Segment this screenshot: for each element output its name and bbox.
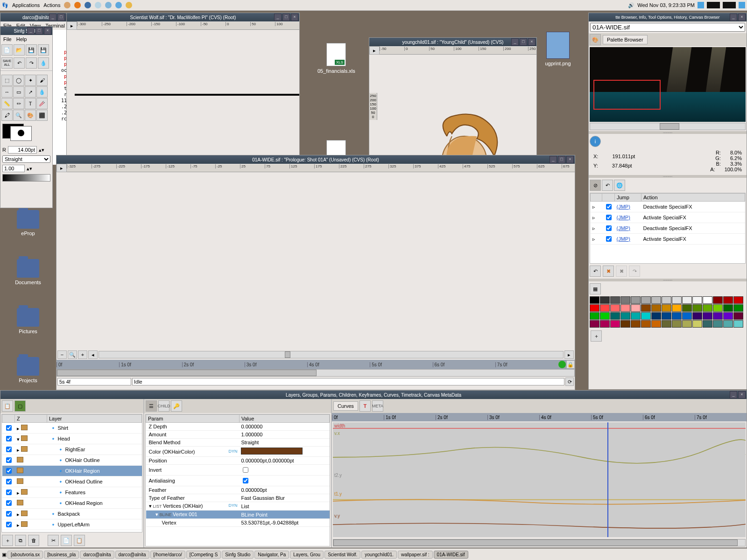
color-swatch[interactable] [662, 304, 671, 312]
color-swatch[interactable] [610, 304, 620, 312]
min-icon[interactable]: _ [550, 156, 557, 163]
terminal-titlebar[interactable]: darco@alnitak_□× [0, 13, 74, 21]
tool-5[interactable]: ▭ [13, 86, 24, 98]
color-swatch[interactable] [600, 296, 610, 304]
color-swatch[interactable] [590, 312, 599, 320]
color-swatch[interactable] [692, 312, 702, 320]
color-swatch[interactable] [600, 304, 610, 312]
layer-row[interactable]: ▸ 🔹 Shirt [2, 423, 142, 434]
param-row[interactable]: ▾ BLINE Vertex 001BLine Point [146, 511, 330, 519]
color-swatch[interactable] [600, 320, 610, 328]
nav-zoom-slider[interactable] [590, 123, 746, 130]
desktop-folder-pictures[interactable]: Pictures [9, 308, 47, 334]
user-icon[interactable] [126, 2, 132, 8]
time-field[interactable] [57, 378, 131, 385]
ruler-horizontal[interactable]: -300-250-200-150-100-5005010015020025030… [77, 22, 299, 30]
curves-timebar[interactable]: 0f1s 0f2s 0f3s 0f4s 0f5s 0f6s 0f7s 0f [332, 413, 747, 421]
fg-color-swatch[interactable] [2, 124, 24, 139]
tool-1[interactable]: ◯ [13, 75, 24, 86]
canvas-menu-icon[interactable]: ▸ [67, 21, 77, 30]
color-swatch[interactable] [620, 312, 630, 320]
taskbar-item[interactable]: darco@alnita [80, 551, 114, 559]
color-swatch[interactable] [641, 320, 651, 328]
redo-tab-icon[interactable]: 🌐 [614, 180, 625, 191]
zoom-out-icon[interactable]: − [57, 350, 67, 359]
blend-select[interactable]: Straight [2, 155, 50, 163]
taskbar-item[interactable]: [aboutvoria.sx [7, 551, 43, 559]
desktop-folder-documents[interactable]: Documents [9, 259, 47, 285]
tool-10[interactable]: T [25, 98, 36, 109]
taskbar-item[interactable]: wallpaper.sif : [398, 551, 433, 559]
min-icon[interactable]: _ [511, 38, 519, 46]
toolbox-titlebar[interactable]: Sinfg Studio_□× [0, 27, 52, 35]
color-swatch[interactable] [713, 296, 723, 304]
color-swatch[interactable] [692, 296, 702, 304]
desktop-folder-projects[interactable]: Projects [9, 357, 47, 383]
saveas-icon[interactable]: 💾 [38, 44, 49, 56]
color-swatch[interactable] [631, 304, 641, 312]
volume-icon[interactable]: 🔊 [628, 2, 634, 8]
color-swatch[interactable] [631, 296, 641, 304]
mail-icon[interactable] [95, 2, 101, 8]
color-swatch[interactable] [651, 296, 661, 304]
tray-icon-2[interactable] [707, 2, 720, 8]
close-icon[interactable]: × [738, 391, 746, 399]
layer-row[interactable]: ▸ 🔹 RightEar [2, 444, 142, 455]
color-swatch[interactable] [703, 304, 712, 312]
taskbar-item[interactable]: [Competing S [186, 551, 221, 559]
palette-browser-tab[interactable]: Palette Browser [603, 35, 648, 44]
color-swatch[interactable] [692, 320, 702, 328]
tool-6[interactable]: ➚ [25, 86, 36, 98]
stepper-icon[interactable]: ▴▾ [27, 166, 32, 172]
close-icon[interactable]: × [291, 14, 298, 21]
tool-7[interactable]: 💧 [36, 86, 48, 98]
color-swatch[interactable] [713, 312, 723, 320]
desktop-folder-eprop[interactable]: eProp [9, 210, 47, 236]
curves-graph[interactable]: widthv.xt2.yt1.yv.y [333, 422, 746, 537]
color-swatch[interactable] [600, 312, 610, 320]
undo-icon[interactable]: ↶ [590, 266, 601, 277]
color-swatch[interactable] [651, 312, 661, 320]
color-swatch[interactable] [620, 320, 630, 328]
color-swatch[interactable] [713, 320, 723, 328]
color-swatch[interactable] [723, 312, 733, 320]
layer-row[interactable]: ▸ 🔹 Backpack [2, 509, 142, 519]
layer-row[interactable]: ▸ 🔹 Features [2, 487, 142, 498]
param-row[interactable]: ▾ LIST Vertices (OKHair)DYNList [146, 502, 330, 511]
color-swatch[interactable] [723, 320, 733, 328]
params-tab-icon[interactable]: ☰ [146, 400, 157, 412]
tool-4[interactable]: ↔ [1, 86, 13, 98]
color-swatch[interactable] [590, 320, 599, 328]
timetrack-tab-icon[interactable]: T [359, 400, 371, 412]
add-color-icon[interactable]: ＋ [591, 330, 602, 342]
actions-menu[interactable]: Actions [43, 2, 60, 8]
close-icon[interactable]: × [528, 38, 536, 46]
color-swatch[interactable] [733, 312, 743, 320]
history-row[interactable]: ▹(JMP)Deactivate SpecialFX [591, 202, 745, 212]
layer-row[interactable]: ▾ 🔹 Head [2, 434, 142, 444]
max-icon[interactable]: □ [35, 27, 43, 35]
color-swatch[interactable] [610, 312, 620, 320]
history-list[interactable]: JumpAction ▹(JMP)Deactivate SpecialFX▹(J… [590, 193, 746, 264]
clock[interactable]: Wed Nov 03, 9:23:33 PM [637, 2, 695, 8]
child-titlebar[interactable]: youngchild01.sif : "YoungChild" (Unsaved… [369, 38, 536, 46]
close-icon[interactable]: × [44, 27, 51, 35]
tray-icon-4[interactable] [739, 2, 745, 8]
max-icon[interactable]: □ [282, 14, 290, 21]
color-swatch[interactable] [713, 304, 723, 312]
tool-9[interactable]: ✏ [13, 98, 24, 109]
tray-icon-3[interactable] [723, 2, 736, 8]
color-swatch[interactable] [682, 312, 692, 320]
taskbar-item[interactable]: Layers, Grou [290, 551, 324, 559]
refresh-icon[interactable]: ⟳ [565, 378, 574, 386]
param-row[interactable]: Antialiasing [146, 476, 330, 486]
undo-icon[interactable]: ↶ [14, 57, 25, 69]
firefox-icon[interactable] [74, 2, 81, 8]
color-swatch[interactable] [672, 304, 682, 312]
param-row[interactable]: Z Depth0.000000 [146, 423, 330, 431]
status-field[interactable] [132, 378, 564, 385]
color-swatch[interactable] [641, 296, 651, 304]
color-swatch[interactable] [610, 320, 620, 328]
save-icon[interactable]: 💾 [26, 44, 37, 56]
color-swatch[interactable] [672, 312, 682, 320]
